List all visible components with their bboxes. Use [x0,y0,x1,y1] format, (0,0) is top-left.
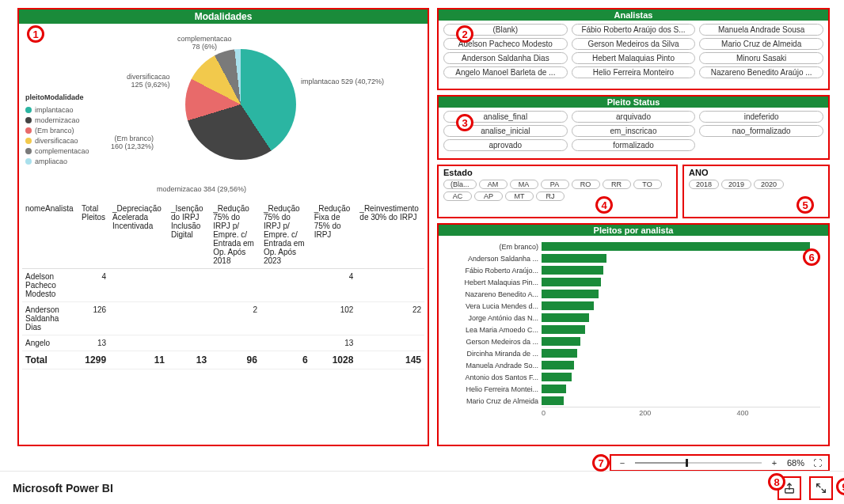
slicer-chip[interactable]: 2018 [689,180,719,189]
slicer-chip[interactable]: 2019 [721,180,751,189]
bar-row[interactable]: Vera Lucia Mendes d... [447,300,820,312]
bar-row[interactable]: (Em branco) [447,241,820,252]
slicer-chip[interactable]: Mario Cruz de Almeida [699,38,823,50]
bar-label: Dircinha Miranda de ... [447,350,538,358]
table-row[interactable]: Adelson Pacheco Modesto44 [22,269,424,302]
slicer-chip[interactable]: (Bla... [443,180,477,189]
slicer-chip[interactable]: MA [510,180,538,189]
brand-label: Microsoft Power BI [13,482,113,495]
slicer-chip[interactable]: Helio Ferreira Monteiro [572,66,696,78]
panel-pleito-status: Pleito Status analise_finalarquivadoinde… [437,95,830,160]
bar-row[interactable]: Nazareno Benedito A... [447,288,820,300]
slicer-chip[interactable]: TO [633,180,662,189]
panel-pleito-status-title: Pleito Status [439,97,828,108]
pie-chart[interactable] [185,49,296,160]
bar-track [542,361,820,369]
bar-track [542,325,820,334]
legend-swatch [25,127,32,134]
zoom-in-button[interactable]: + [768,458,781,468]
slicer-chip[interactable]: AM [479,180,508,189]
bar-row[interactable]: Lea Maria Amoedo C... [447,324,820,335]
legend-item[interactable]: modernizacao [25,116,89,124]
bar-row[interactable]: Hebert Malaquias Pin... [447,276,820,288]
slicer-chip[interactable]: Gerson Medeiros da Silva [572,38,696,50]
fit-to-page-button[interactable]: ⛶ [811,458,823,468]
bar [542,313,589,322]
table-cell [210,335,260,351]
slicer-chip[interactable]: RJ [536,191,565,201]
zoom-out-button[interactable]: − [616,458,629,468]
bar-row[interactable]: Jorge António das N... [447,312,820,324]
table-header-cell[interactable]: nomeAnalista [22,201,78,269]
table-header-cell[interactable]: _Redução 75% do IRPJ p/ Empre. c/ Entrad… [260,201,311,269]
slicer-chip[interactable]: indeferido [699,111,823,123]
bar-track [542,290,820,298]
analyst-table[interactable]: nomeAnalistaTotal Pleitos_Depreciação Ac… [22,201,424,369]
table-header-cell[interactable]: _Reinvestimento de 30% do IRPJ [356,201,424,269]
slicer-chip[interactable]: aprovado [443,139,568,151]
slicer-chip[interactable]: nao_formalizado [699,125,823,137]
table-header-cell[interactable]: _Isenção do IRPJ Inclusão Digital [168,201,210,269]
bar-label: Manuela Andrade So... [447,362,538,369]
bar-row[interactable]: Mario Cruz de Almeida [447,395,820,407]
slicer-chip[interactable]: Anderson Saldanha Dias [443,52,568,64]
slicer-chip[interactable]: Minoru Sasaki [699,52,823,64]
fullscreen-button[interactable]: 9 [809,476,833,500]
bar-track [542,301,820,310]
slicer-chip[interactable]: Nazareno Benedito Araújo ... [699,66,823,78]
bar-row[interactable]: Anderson Saldanha ... [447,252,820,264]
table-row[interactable]: Anderson Saldanha Dias126210222 [22,302,424,335]
slicer-chip[interactable]: Manuela Andrade Sousa [699,24,823,36]
slicer-chip[interactable]: MT [505,191,534,201]
zoom-slider[interactable] [635,462,762,464]
footer: Microsoft Power BI 8 9 [0,471,844,504]
slicer-chip[interactable]: Hebert Malaquias Pinto [572,52,696,64]
table-row[interactable]: Angelo1313 [22,335,424,351]
slicer-chip[interactable]: AP [474,191,503,201]
bar-track [542,373,820,381]
table-header-cell[interactable]: _Redução Fixa de 75% do IRPJ [311,201,357,269]
legend-item[interactable]: (Em branco) [25,127,89,135]
slicer-chip[interactable]: 2020 [754,180,784,189]
slicer-chip[interactable]: RO [572,180,600,189]
legend-item[interactable]: diversificacao [25,137,89,145]
bar-row[interactable]: Dircinha Miranda de ... [447,347,820,359]
slicer-chip[interactable]: arquivado [572,111,696,123]
slicer-estado: (Bla...AMMAPARORRTOACAPMTRJ [439,177,676,203]
bar-label: Fábio Roberto Araújo... [447,267,538,275]
bar-row[interactable]: Manuela Andrade So... [447,359,820,371]
legend-item[interactable]: complementacao [25,147,89,155]
bar-track [542,254,820,263]
bar [542,373,572,381]
pie-chart-area[interactable]: pleitoModalidade implantacaomodernizacao… [19,24,428,201]
slicer-chip[interactable]: PA [541,180,569,189]
panel-bar-title: Pleitos por analista [439,225,828,236]
slicer-chip[interactable]: em_inscricao [572,125,696,137]
slicer-chip[interactable]: Fábio Roberto Araújo dos S... [572,24,696,36]
table-header-cell[interactable]: _Redução 75% do IRPJ p/ Empre. c/ Entrad… [210,201,260,269]
zoom-slider-thumb[interactable] [686,459,688,467]
bar [542,349,577,358]
table-header-cell[interactable]: Total Pleitos [78,201,109,269]
slicer-chip[interactable]: AC [443,191,472,201]
legend-item[interactable]: implantacao [25,106,89,114]
slicer-chip[interactable]: Angelo Manoel Barleta de ... [443,66,568,78]
bar-row[interactable]: Gerson Medeiros da ... [447,335,820,347]
slicer-chip[interactable]: RR [603,180,631,189]
bar-row[interactable]: Helio Ferreira Montei... [447,383,820,395]
share-button[interactable]: 8 [777,476,801,500]
bar-row[interactable]: Fábio Roberto Araújo... [447,264,820,276]
bar-chart[interactable]: (Em branco)Anderson Saldanha ...Fábio Ro… [439,236,828,423]
zoom-toolbar: − + 68% ⛶ 7 [610,454,830,472]
annotation-badge-3: 3 [456,114,473,131]
bar-x-axis: 0 200 400 [542,407,820,417]
pie-slice-label: complementacao 78 (6%) [177,35,232,51]
table-cell: Anderson Saldanha Dias [22,302,78,335]
bar [542,254,606,263]
bar-row[interactable]: Antonio dos Santos F... [447,371,820,383]
legend-item[interactable]: ampliacao [25,157,89,165]
pie-legend: pleitoModalidade implantacaomodernizacao… [25,93,89,168]
table-header-cell[interactable]: _Depreciação Acelerada Incentivada [109,201,168,269]
slicer-chip[interactable]: formalizado [572,139,696,151]
table-cell [168,335,210,351]
